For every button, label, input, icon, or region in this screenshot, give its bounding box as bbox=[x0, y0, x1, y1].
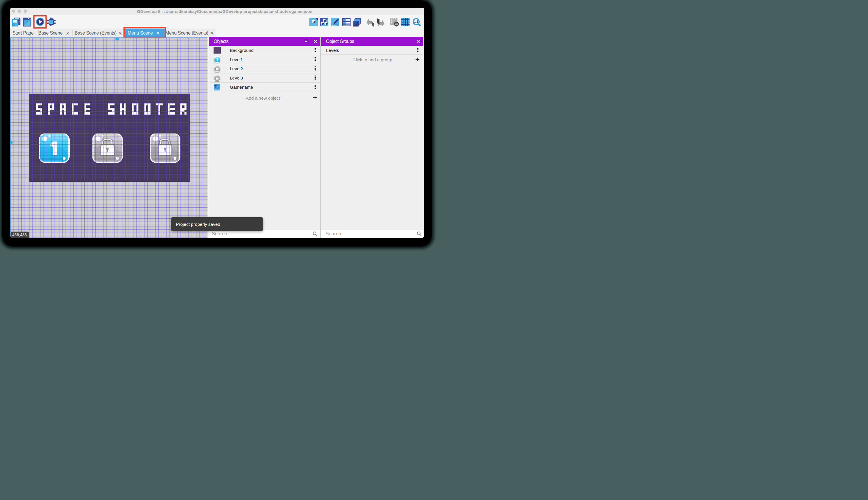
svg-text:1:1: 1:1 bbox=[414, 20, 418, 23]
